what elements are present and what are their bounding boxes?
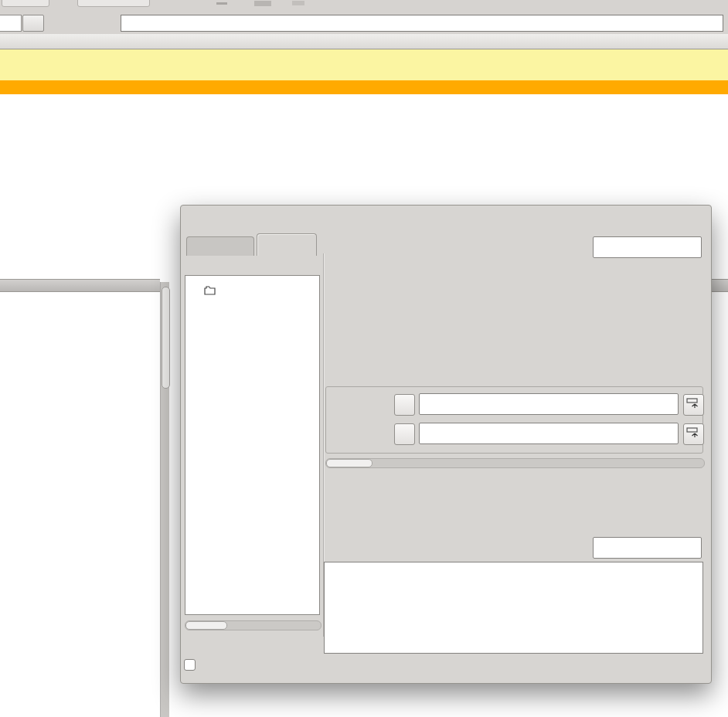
tree-child-node[interactable] xyxy=(204,324,218,339)
arguments-frame xyxy=(325,386,703,454)
toolbar xyxy=(0,0,728,12)
fx-button-bedingung[interactable] xyxy=(394,423,415,445)
name-box[interactable] xyxy=(0,15,22,32)
tab-struktur[interactable] xyxy=(257,233,317,256)
shrink-icon xyxy=(686,398,699,410)
tab-funktionen[interactable] xyxy=(186,236,254,256)
shrink-button[interactable] xyxy=(683,394,704,416)
name-box-dropdown-icon[interactable] xyxy=(22,15,44,32)
tree-child-node[interactable] xyxy=(204,304,218,320)
arguments-scrollbar[interactable] xyxy=(325,458,705,468)
toolbar-icon[interactable] xyxy=(292,1,304,5)
toolbar-button-remnant[interactable] xyxy=(2,0,49,7)
shrink-button[interactable] xyxy=(683,423,704,445)
month-header-row xyxy=(0,80,728,94)
pane-scrollbar-thumb[interactable] xyxy=(162,287,170,389)
temperature-band-header xyxy=(0,279,160,293)
pane-scrollbar[interactable] xyxy=(160,282,169,717)
matrix-checkbox[interactable] xyxy=(184,659,196,671)
funktionsergebnis-field[interactable] xyxy=(593,236,702,258)
toolbar-icon[interactable] xyxy=(216,2,227,5)
bereich-field[interactable] xyxy=(419,393,679,415)
bedingung-field[interactable] xyxy=(419,423,679,444)
structure-tree[interactable] xyxy=(185,275,320,615)
tree-root-node[interactable] xyxy=(190,284,220,299)
sum-icon[interactable] xyxy=(76,15,91,32)
scrollbar-thumb[interactable] xyxy=(185,621,227,630)
shrink-icon xyxy=(686,427,699,440)
close-icon[interactable] xyxy=(691,209,706,224)
fx-button-bereich[interactable] xyxy=(394,394,415,416)
toolbar-button-remnant[interactable] xyxy=(77,0,150,7)
sum-dropdown-icon[interactable] xyxy=(93,15,104,32)
function-wizard-dialog xyxy=(180,205,712,684)
formula-input[interactable] xyxy=(121,15,723,32)
ergebnis-field[interactable] xyxy=(593,537,702,559)
sheet-title xyxy=(2,51,726,71)
toolbar-icon[interactable] xyxy=(254,1,271,6)
equals-icon[interactable] xyxy=(107,15,119,32)
column-headers xyxy=(0,34,728,49)
folder-icon xyxy=(204,286,216,295)
scrollbar-thumb[interactable] xyxy=(326,459,373,467)
app-window xyxy=(0,0,728,717)
formula-bar xyxy=(0,12,728,34)
formula-editor[interactable] xyxy=(324,562,703,654)
function-wizard-icon[interactable] xyxy=(56,15,73,32)
tree-horizontal-scrollbar[interactable] xyxy=(185,620,321,630)
